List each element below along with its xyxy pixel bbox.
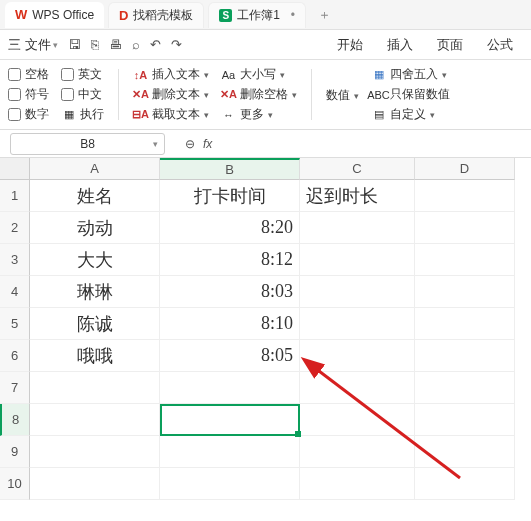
cell[interactable]	[415, 404, 515, 436]
cell-active[interactable]	[160, 404, 300, 436]
delete-text-icon: ✕A	[133, 87, 148, 102]
cell[interactable]: 大大	[30, 244, 160, 276]
cell[interactable]	[160, 468, 300, 500]
row-header[interactable]: 8	[0, 404, 30, 436]
fx-icon[interactable]: fx	[203, 137, 212, 151]
wps-logo-icon: W	[15, 7, 27, 22]
cell[interactable]: 8:20	[160, 212, 300, 244]
cell[interactable]: 8:10	[160, 308, 300, 340]
cell[interactable]: 8:12	[160, 244, 300, 276]
name-box[interactable]: B8 ▾	[10, 133, 165, 155]
cell[interactable]	[300, 468, 415, 500]
cell[interactable]: 8:03	[160, 276, 300, 308]
redo-icon[interactable]: ↷	[171, 37, 182, 52]
check-execute[interactable]: ▦执行	[61, 106, 104, 123]
round-button[interactable]: ▦四舍五入▾	[371, 66, 450, 83]
app-tab-template[interactable]: D 找稻壳模板	[108, 2, 204, 28]
cell[interactable]: 动动	[30, 212, 160, 244]
spreadsheet[interactable]: A B C D 1 姓名 打卡时间 迟到时长 2 动动 8:20 3 大大 8:…	[0, 158, 531, 500]
row-header[interactable]: 6	[0, 340, 30, 372]
cell[interactable]: 姓名	[30, 180, 160, 212]
cell[interactable]	[415, 276, 515, 308]
row-header[interactable]: 10	[0, 468, 30, 500]
cell[interactable]: 打卡时间	[160, 180, 300, 212]
delete-space-button[interactable]: ✕A删除空格▾	[221, 86, 297, 103]
print-icon[interactable]: 🖶	[109, 37, 122, 52]
menu-insert[interactable]: 插入	[387, 36, 413, 54]
cell[interactable]	[160, 436, 300, 468]
more-button[interactable]: ↔更多▾	[221, 106, 297, 123]
check-symbol[interactable]: 符号	[8, 86, 49, 103]
check-number[interactable]: 数字	[8, 106, 49, 123]
col-header-a[interactable]: A	[30, 158, 160, 180]
cell[interactable]	[300, 404, 415, 436]
file-menu-label: 三 文件	[8, 36, 51, 54]
cell[interactable]	[415, 308, 515, 340]
cell[interactable]	[415, 180, 515, 212]
cell[interactable]	[300, 212, 415, 244]
cell[interactable]	[30, 468, 160, 500]
cell[interactable]: 琳琳	[30, 276, 160, 308]
col-header-c[interactable]: C	[300, 158, 415, 180]
formula-bar: B8 ▾ ⊖ fx	[0, 130, 531, 158]
row-header[interactable]: 4	[0, 276, 30, 308]
cell[interactable]	[415, 468, 515, 500]
numeric-button[interactable]: 数值▾	[326, 87, 359, 104]
cell[interactable]	[30, 372, 160, 404]
cell[interactable]: 8:05	[160, 340, 300, 372]
cell[interactable]	[30, 404, 160, 436]
row-header[interactable]: 9	[0, 436, 30, 468]
row-header[interactable]: 7	[0, 372, 30, 404]
new-icon[interactable]: ⎘	[91, 37, 99, 52]
row-header[interactable]: 5	[0, 308, 30, 340]
keep-value-button[interactable]: ABC只保留数值	[371, 86, 450, 103]
delete-text-button[interactable]: ✕A删除文本▾	[133, 86, 209, 103]
menu-start[interactable]: 开始	[337, 36, 363, 54]
cell[interactable]	[30, 436, 160, 468]
undo-icon[interactable]: ↶	[150, 37, 161, 52]
tab-modified-dot: •	[291, 8, 295, 22]
check-chinese[interactable]: 中文	[61, 86, 104, 103]
app-tab-workbook[interactable]: S 工作簿1 •	[208, 2, 306, 28]
cell[interactable]	[300, 436, 415, 468]
menu-formula[interactable]: 公式	[487, 36, 513, 54]
preview-icon[interactable]: ⌕	[132, 37, 140, 52]
col-header-b[interactable]: B	[160, 158, 300, 180]
app-tab-wps[interactable]: W WPS Office	[5, 2, 104, 28]
new-tab-button[interactable]: ＋	[310, 6, 339, 24]
cell[interactable]: 哦哦	[30, 340, 160, 372]
cell[interactable]	[415, 436, 515, 468]
cell[interactable]	[300, 244, 415, 276]
menu-page[interactable]: 页面	[437, 36, 463, 54]
custom-button[interactable]: ▤自定义▾	[371, 106, 450, 123]
cell[interactable]	[415, 212, 515, 244]
tab-label: 工作簿1	[237, 7, 280, 24]
save-icon[interactable]: 🖫	[68, 37, 81, 52]
cell[interactable]	[415, 372, 515, 404]
check-space[interactable]: 空格	[8, 66, 49, 83]
col-header-d[interactable]: D	[415, 158, 515, 180]
check-english[interactable]: 英文	[61, 66, 104, 83]
select-all-corner[interactable]	[0, 158, 30, 180]
cell[interactable]	[300, 340, 415, 372]
cell[interactable]	[415, 340, 515, 372]
sheet-logo-icon: S	[219, 9, 232, 22]
name-box-value: B8	[80, 137, 95, 151]
extract-text-icon: ⊟A	[133, 107, 148, 122]
cell[interactable]	[300, 276, 415, 308]
cancel-icon[interactable]: ⊖	[185, 137, 195, 151]
case-button[interactable]: Aa大小写▾	[221, 66, 297, 83]
cell[interactable]: 迟到时长	[300, 180, 415, 212]
cell[interactable]	[415, 244, 515, 276]
cell[interactable]	[300, 308, 415, 340]
row-header[interactable]: 3	[0, 244, 30, 276]
cell[interactable]	[300, 372, 415, 404]
file-menu-button[interactable]: 三 文件 ▾	[8, 36, 58, 54]
cell[interactable]	[160, 372, 300, 404]
row-header[interactable]: 1	[0, 180, 30, 212]
cell[interactable]: 陈诚	[30, 308, 160, 340]
insert-text-button[interactable]: ↕A插入文本▾	[133, 66, 209, 83]
menu-bar: 三 文件 ▾ 🖫 ⎘ 🖶 ⌕ ↶ ↷ 开始 插入 页面 公式	[0, 30, 531, 60]
extract-text-button[interactable]: ⊟A截取文本▾	[133, 106, 209, 123]
row-header[interactable]: 2	[0, 212, 30, 244]
